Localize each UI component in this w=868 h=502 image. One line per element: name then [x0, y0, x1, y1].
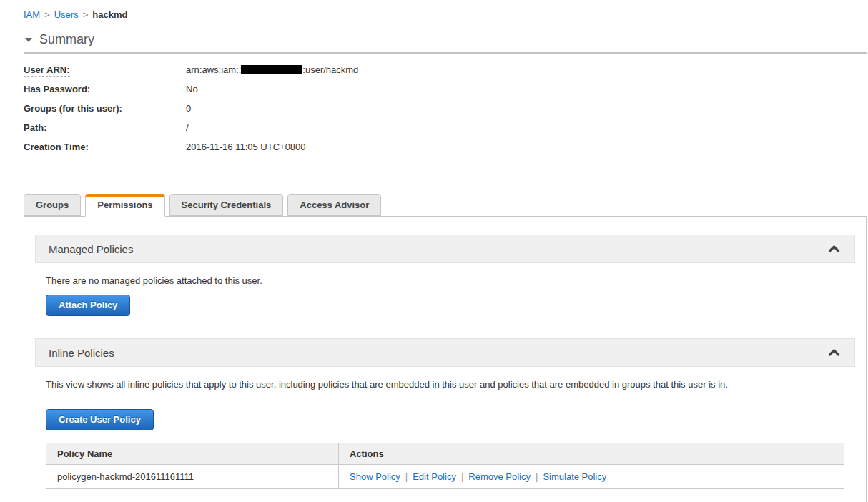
- breadcrumb: IAM>Users>hackmd: [24, 9, 867, 20]
- redacted-account-id: [241, 65, 302, 74]
- inline-policies-table: Policy Name Actions policygen-hackmd-201…: [46, 443, 844, 489]
- column-header-actions: Actions: [339, 443, 844, 465]
- field-value-path: /: [186, 122, 189, 133]
- inline-policies-section: Inline Policies This view shows all inli…: [35, 338, 855, 501]
- triangle-down-icon: [25, 38, 32, 42]
- summary-fields: User ARN: arn:aws:iam:::user/hackmd Has …: [24, 64, 867, 161]
- remove-policy-link[interactable]: Remove Policy: [468, 471, 531, 482]
- inline-policies-collapse-button[interactable]: [827, 346, 842, 360]
- inline-policies-description: This view shows all inline policies that…: [46, 379, 844, 390]
- managed-policies-collapse-button[interactable]: [827, 242, 842, 256]
- edit-policy-link[interactable]: Edit Policy: [413, 471, 456, 482]
- tab-security-credentials[interactable]: Security Credentials: [169, 194, 284, 216]
- inline-policies-body: This view shows all inline policies that…: [35, 367, 855, 501]
- field-row-groups: Groups (for this user): 0: [24, 103, 867, 122]
- managed-policies-title: Managed Policies: [49, 243, 133, 255]
- permissions-tab-panel: Managed Policies There are no managed po…: [24, 216, 867, 502]
- chevron-up-icon: [828, 244, 840, 255]
- chevron-up-icon: [828, 348, 840, 358]
- column-header-policy-name: Policy Name: [46, 443, 339, 465]
- field-label-has-password: Has Password:: [24, 84, 186, 94]
- policy-actions-cell: Show Policy|Edit Policy|Remove Policy|Si…: [339, 465, 844, 489]
- managed-policies-empty-text: There are no managed policies attached t…: [46, 275, 844, 286]
- attach-policy-button[interactable]: Attach Policy: [46, 295, 130, 316]
- field-value-has-password: No: [186, 84, 198, 94]
- tab-access-advisor[interactable]: Access Advisor: [287, 194, 381, 216]
- tab-permissions[interactable]: Permissions: [85, 194, 164, 217]
- summary-title: Summary: [39, 32, 94, 47]
- simulate-policy-link[interactable]: Simulate Policy: [543, 471, 606, 482]
- field-row-has-password: Has Password: No: [24, 84, 867, 103]
- field-row-path: Path: /: [24, 122, 867, 142]
- table-row: policygen-hackmd-201611161111 Show Polic…: [46, 465, 844, 489]
- breadcrumb-current-user: hackmd: [92, 9, 127, 20]
- create-user-policy-button[interactable]: Create User Policy: [46, 409, 154, 430]
- breadcrumb-separator: >: [83, 9, 89, 20]
- field-row-user-arn: User ARN: arn:aws:iam:::user/hackmd: [24, 64, 867, 84]
- inline-policies-header: Inline Policies: [35, 338, 855, 367]
- tab-bar: Groups Permissions Security Credentials …: [24, 194, 867, 216]
- show-policy-link[interactable]: Show Policy: [350, 471, 400, 482]
- policy-name-cell: policygen-hackmd-201611161111: [46, 465, 339, 489]
- breadcrumb-link-users[interactable]: Users: [54, 9, 79, 20]
- tab-groups[interactable]: Groups: [24, 194, 81, 216]
- iam-user-page: IAM>Users>hackmd Summary User ARN: arn:a…: [0, 0, 868, 502]
- arn-suffix: :user/hackmd: [302, 64, 358, 75]
- summary-divider: [24, 52, 867, 54]
- inline-policies-title: Inline Policies: [49, 347, 114, 359]
- action-separator: |: [536, 471, 538, 482]
- summary-section-header[interactable]: Summary: [24, 32, 867, 47]
- field-label-text: User ARN:: [24, 64, 70, 77]
- field-value-groups: 0: [186, 103, 191, 114]
- field-label-text: Path:: [24, 122, 47, 134]
- table-header-row: Policy Name Actions: [46, 443, 844, 465]
- arn-prefix: arn:aws:iam::: [186, 64, 241, 75]
- breadcrumb-separator: >: [44, 9, 50, 20]
- action-separator: |: [461, 471, 463, 482]
- field-label-creation-time: Creation Time:: [24, 142, 186, 152]
- field-value-creation-time: 2016-11-16 11:05 UTC+0800: [186, 142, 306, 152]
- field-label-path: Path:: [24, 122, 186, 133]
- field-row-creation-time: Creation Time: 2016-11-16 11:05 UTC+0800: [24, 142, 867, 161]
- managed-policies-body: There are no managed policies attached t…: [35, 263, 855, 328]
- managed-policies-section: Managed Policies There are no managed po…: [35, 235, 855, 328]
- managed-policies-header: Managed Policies: [35, 235, 855, 263]
- breadcrumb-link-iam[interactable]: IAM: [24, 9, 40, 20]
- field-label-groups: Groups (for this user):: [24, 103, 186, 114]
- action-separator: |: [405, 471, 408, 482]
- field-value-user-arn: arn:aws:iam:::user/hackmd: [186, 64, 358, 75]
- field-label-user-arn: User ARN:: [24, 64, 186, 75]
